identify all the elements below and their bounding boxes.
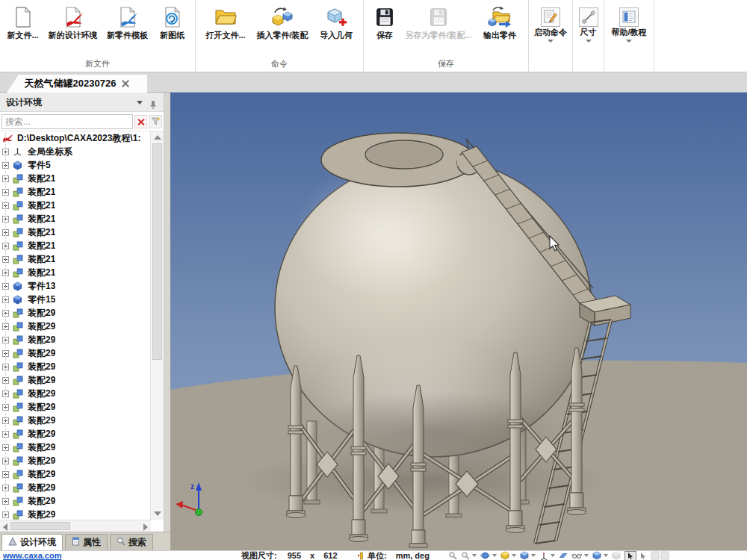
- tree-item[interactable]: 装配29: [0, 467, 151, 481]
- new-design-env-button[interactable]: 新的设计环境: [43, 4, 103, 41]
- tree-item[interactable]: 装配29: [0, 373, 151, 387]
- tree-item-label: 装配29: [28, 441, 55, 454]
- tree-item[interactable]: 装配29: [0, 346, 151, 360]
- edit-units-icon[interactable]: [356, 552, 365, 560]
- tree-item[interactable]: 装配29: [0, 387, 151, 400]
- tree-item[interactable]: 装配21: [0, 266, 151, 279]
- viewport-3d[interactable]: z: [170, 93, 747, 550]
- tree-item[interactable]: 装配29: [0, 414, 151, 427]
- tree-item[interactable]: 装配29: [0, 441, 151, 454]
- extra-tools-icon[interactable]: [651, 551, 670, 560]
- assembly-icon: [13, 455, 25, 466]
- view-width-value: 955: [288, 551, 301, 560]
- vertical-scrollbar[interactable]: [150, 131, 164, 520]
- chevron-down-icon[interactable]: [551, 554, 555, 557]
- tree-item[interactable]: 装配29: [0, 494, 151, 508]
- tree-item[interactable]: 装配21: [0, 239, 151, 252]
- tree-item[interactable]: 装配21: [0, 212, 151, 225]
- select-arrow-button[interactable]: [624, 551, 636, 560]
- tree-item-label: 全局坐标系: [28, 146, 72, 158]
- tree-item[interactable]: 装配21: [0, 172, 151, 185]
- save-button[interactable]: 保存: [370, 4, 400, 41]
- assembly-icon: [13, 415, 25, 426]
- scroll-up-icon[interactable]: [154, 135, 161, 140]
- tank-sphere[interactable]: [275, 158, 592, 477]
- render-mode-icon[interactable]: [500, 551, 509, 560]
- chevron-down-icon[interactable]: [472, 554, 477, 557]
- units-status: 单位: mm, deg: [368, 551, 430, 560]
- chevron-down-icon[interactable]: [512, 554, 516, 557]
- horizontal-scrollbar[interactable]: [0, 520, 151, 532]
- new-drawing-button[interactable]: 新图纸: [152, 4, 193, 41]
- tree-item[interactable]: 装配21: [0, 185, 151, 199]
- tree-item[interactable]: 零件13: [0, 279, 151, 293]
- tree-item[interactable]: 装配21: [0, 199, 151, 212]
- tree-item[interactable]: 装配29: [0, 400, 151, 414]
- export-part-button[interactable]: 输出零件: [477, 4, 522, 41]
- ghost-cube-icon[interactable]: [612, 551, 621, 560]
- tree-item[interactable]: 装配29: [0, 320, 151, 333]
- tree-item[interactable]: 装配29: [0, 508, 151, 520]
- filter-icon[interactable]: [149, 115, 162, 128]
- panel-splitter[interactable]: [164, 93, 170, 550]
- new-file-button[interactable]: 新文件...: [3, 4, 43, 41]
- tree-item[interactable]: 全局坐标系: [0, 145, 151, 158]
- tree-item[interactable]: 装配21: [0, 252, 151, 266]
- assembly-icon: [13, 442, 25, 452]
- tree-item[interactable]: 装配29: [0, 306, 151, 320]
- dimension-icon: [579, 7, 598, 27]
- tree-item-label: 装配21: [28, 199, 55, 212]
- chevron-down-icon: [548, 40, 554, 43]
- scroll-down-icon[interactable]: [154, 511, 161, 516]
- scroll-right-icon[interactable]: [143, 523, 148, 531]
- work-plane-icon[interactable]: [559, 551, 568, 560]
- cursor-icon[interactable]: [640, 552, 647, 560]
- open-file-button[interactable]: 打开文件...: [201, 4, 250, 41]
- tab-design-environment[interactable]: 设计环境: [1, 534, 63, 550]
- chevron-down-icon[interactable]: [531, 554, 536, 557]
- tree-item-label: 装配29: [28, 320, 55, 333]
- search-input[interactable]: [1, 114, 133, 129]
- zoom-icon[interactable]: [448, 551, 457, 560]
- tab-properties[interactable]: 属性: [65, 534, 108, 550]
- tree-item[interactable]: 装配29: [0, 360, 151, 373]
- tree-item[interactable]: 零件15: [0, 293, 151, 306]
- horizontal-scroll-thumb[interactable]: [10, 522, 70, 530]
- close-icon[interactable]: [122, 80, 129, 87]
- launch-command-button[interactable]: 启动命令: [533, 4, 568, 43]
- panel-dropdown-icon[interactable]: [137, 101, 143, 105]
- triad-toggle-icon[interactable]: [539, 551, 548, 560]
- view-cube-icon[interactable]: [520, 551, 529, 560]
- tree-item[interactable]: D:\Desktop\CAXA2023教程\1:: [0, 131, 151, 145]
- shade-cube-icon[interactable]: [592, 551, 601, 560]
- insert-part-button[interactable]: 插入零件/装配: [250, 4, 314, 41]
- vertical-scroll-thumb[interactable]: [152, 143, 162, 360]
- tree-item[interactable]: 装配21: [0, 225, 151, 239]
- tree-item-label: 装配29: [28, 508, 55, 520]
- new-part-template-button[interactable]: 新零件模板: [103, 4, 152, 41]
- tree-item[interactable]: 零件5: [0, 158, 151, 172]
- caxa-website-link[interactable]: www.caxa.com: [3, 551, 61, 560]
- tree-item[interactable]: 装配29: [0, 333, 151, 346]
- launch-command-label: 启动命令: [534, 28, 567, 37]
- import-geometry-button[interactable]: 导入几何: [314, 4, 358, 41]
- dimension-button[interactable]: 尺寸: [577, 4, 600, 43]
- scroll-left-icon[interactable]: [3, 523, 7, 531]
- new-design-env-icon: [61, 4, 86, 30]
- chevron-down-icon[interactable]: [584, 554, 589, 557]
- zoom-window-icon[interactable]: [461, 551, 470, 560]
- new-file-icon: [10, 4, 36, 30]
- save-as-button[interactable]: 另存为零件/装配...: [400, 4, 477, 41]
- help-button[interactable]: 帮助/教程: [610, 4, 648, 43]
- document-tab[interactable]: 天然气储罐20230726: [7, 75, 147, 93]
- chevron-down-icon[interactable]: [492, 554, 497, 557]
- tab-search[interactable]: 搜索: [110, 534, 153, 550]
- tree-item[interactable]: 装配29: [0, 454, 151, 467]
- view-glasses-icon[interactable]: [571, 551, 582, 560]
- clear-search-icon[interactable]: [134, 115, 147, 128]
- orbit-view-icon[interactable]: [480, 551, 490, 560]
- assembly-icon: [13, 267, 25, 278]
- tree-item[interactable]: 装配29: [0, 481, 151, 494]
- tree-item[interactable]: 装配29: [0, 427, 151, 441]
- chevron-down-icon[interactable]: [604, 554, 608, 557]
